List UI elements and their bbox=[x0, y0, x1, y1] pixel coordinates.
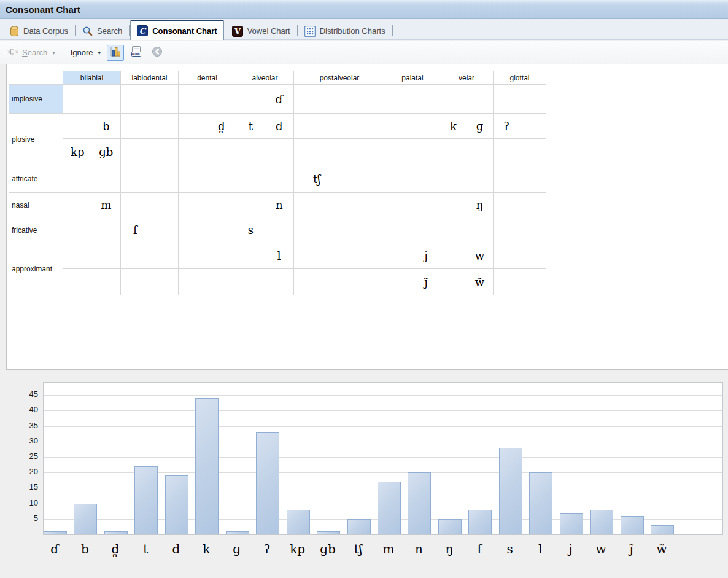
consonant-cell[interactable] bbox=[179, 269, 236, 295]
consonant-cell[interactable]: n bbox=[236, 193, 294, 217]
consonant-cell[interactable] bbox=[179, 193, 236, 217]
consonant-cell[interactable] bbox=[385, 114, 440, 139]
consonant-cell[interactable]: tʃ bbox=[294, 165, 385, 193]
x-axis-tick-label: n bbox=[401, 542, 436, 557]
consonant-cell[interactable] bbox=[121, 269, 179, 295]
consonant-cell[interactable] bbox=[385, 85, 440, 114]
consonant-cell[interactable]: w̃ bbox=[440, 269, 494, 295]
consonant-cell[interactable] bbox=[294, 85, 385, 114]
row-header-fricative: fricative bbox=[9, 217, 63, 243]
back-button[interactable] bbox=[149, 45, 166, 61]
html-export-button[interactable]: HTML bbox=[128, 45, 145, 61]
gridline bbox=[44, 442, 722, 442]
consonant-cell[interactable]: l bbox=[236, 243, 294, 269]
consonant-cell[interactable] bbox=[494, 243, 546, 269]
consonant-chart-icon: C bbox=[137, 25, 148, 36]
consonant-cell[interactable] bbox=[179, 243, 236, 269]
tab-separator bbox=[75, 25, 76, 36]
consonant-cell[interactable]: kɡ bbox=[440, 114, 494, 139]
consonant-cell[interactable] bbox=[236, 139, 294, 165]
consonant-cell[interactable] bbox=[440, 217, 494, 243]
consonant-cell[interactable] bbox=[121, 114, 179, 139]
x-axis-tick-label: ɡ bbox=[220, 542, 254, 557]
y-axis-tick-label: 10 bbox=[16, 498, 38, 507]
consonant-cell[interactable]: ŋ bbox=[440, 193, 494, 217]
consonant-cell[interactable] bbox=[494, 165, 546, 193]
phoneme-slot bbox=[385, 249, 412, 262]
consonant-cell[interactable] bbox=[179, 139, 236, 165]
consonant-cell[interactable] bbox=[494, 269, 546, 295]
consonant-cell[interactable] bbox=[494, 193, 546, 217]
tab-consonant-chart[interactable]: CConsonant Chart bbox=[130, 20, 223, 40]
x-axis-tick-label: kp bbox=[281, 542, 315, 557]
consonant-cell[interactable] bbox=[294, 139, 385, 165]
column-header-dental: dental bbox=[179, 71, 236, 85]
consonant-cell[interactable]: m bbox=[63, 193, 121, 217]
consonant-cell[interactable]: ȷ̃ bbox=[385, 269, 440, 295]
consonant-cell[interactable] bbox=[63, 243, 121, 269]
consonant-cell[interactable] bbox=[494, 139, 546, 165]
consonant-cell[interactable]: td bbox=[236, 114, 294, 139]
tab-distribution-charts[interactable]: Distribution Charts bbox=[298, 23, 392, 39]
tab-search[interactable]: Search bbox=[76, 23, 128, 39]
chevron-down-icon[interactable]: ▾ bbox=[52, 50, 55, 56]
consonant-cell[interactable] bbox=[179, 217, 236, 243]
consonant-cell[interactable] bbox=[236, 269, 294, 295]
consonant-cell[interactable] bbox=[294, 243, 385, 269]
consonant-cell[interactable] bbox=[63, 85, 121, 114]
consonant-cell[interactable]: j bbox=[385, 243, 440, 269]
consonant-cell[interactable]: ʔ bbox=[494, 114, 546, 139]
consonant-cell[interactable]: f bbox=[121, 217, 179, 243]
consonant-cell[interactable] bbox=[121, 243, 179, 269]
phoneme: ŋ bbox=[467, 198, 493, 211]
consonant-cell[interactable] bbox=[294, 193, 385, 217]
tab-data-corpus[interactable]: Data Corpus bbox=[4, 23, 74, 39]
consonant-cell[interactable] bbox=[294, 114, 385, 139]
bar-- bbox=[44, 531, 67, 534]
consonant-cell[interactable] bbox=[440, 165, 494, 193]
consonant-cell[interactable] bbox=[440, 139, 494, 165]
bar-s bbox=[499, 448, 522, 534]
consonant-cell[interactable] bbox=[494, 85, 546, 114]
gridline bbox=[44, 457, 722, 458]
consonant-cell[interactable]: s bbox=[236, 217, 294, 243]
consonant-cell[interactable]: d̪ bbox=[179, 114, 236, 139]
bar--b bbox=[317, 531, 340, 534]
consonant-cell[interactable] bbox=[236, 165, 294, 193]
consonant-cell[interactable] bbox=[294, 217, 385, 243]
consonant-cell[interactable] bbox=[121, 85, 179, 114]
bar-kp bbox=[287, 510, 310, 534]
consonant-cell[interactable] bbox=[63, 217, 121, 243]
consonant-cell[interactable] bbox=[385, 165, 440, 193]
consonant-cell[interactable]: w bbox=[440, 243, 494, 269]
consonant-cell[interactable]: kpɡb bbox=[63, 139, 121, 165]
x-axis-tick-label: f bbox=[462, 542, 497, 557]
consonant-cell[interactable]: b bbox=[63, 114, 121, 139]
chart-view-button[interactable] bbox=[107, 45, 124, 61]
chevron-down-icon[interactable]: ▾ bbox=[98, 50, 101, 56]
distribution-charts-icon bbox=[304, 26, 316, 37]
consonant-cell[interactable] bbox=[179, 165, 236, 193]
tab-vowel-chart[interactable]: VVowel Chart bbox=[226, 23, 296, 39]
bar-t- bbox=[347, 519, 371, 534]
consonant-cell[interactable] bbox=[63, 165, 121, 193]
bar-n bbox=[408, 472, 431, 534]
consonant-cell[interactable] bbox=[294, 269, 385, 295]
x-axis-tick-label: ŋ bbox=[432, 542, 467, 557]
row-header-approximant: approximant bbox=[9, 243, 63, 295]
consonant-cell[interactable] bbox=[494, 217, 546, 243]
toolbar-search-button[interactable]: Search bbox=[22, 48, 47, 57]
consonant-cell[interactable] bbox=[63, 269, 121, 295]
toolbar-ignore-button[interactable]: Ignore bbox=[71, 48, 93, 57]
consonant-cell[interactable] bbox=[385, 139, 440, 165]
consonant-cell[interactable] bbox=[121, 193, 179, 217]
consonant-cell[interactable] bbox=[440, 85, 494, 114]
x-axis-tick-label: ȷ̃ bbox=[614, 542, 649, 557]
consonant-cell[interactable]: ɗ bbox=[236, 85, 294, 114]
consonant-cell[interactable] bbox=[385, 193, 440, 217]
phoneme-slot bbox=[236, 249, 265, 262]
consonant-cell[interactable] bbox=[385, 217, 440, 243]
consonant-cell[interactable] bbox=[121, 139, 179, 165]
consonant-cell[interactable] bbox=[179, 85, 236, 114]
consonant-cell[interactable] bbox=[121, 165, 179, 193]
